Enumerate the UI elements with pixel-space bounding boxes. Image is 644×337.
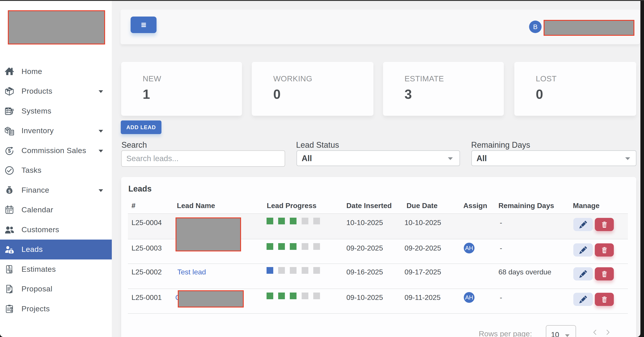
svg-text:$: $ [8,148,11,154]
svg-text:$: $ [8,265,10,269]
svg-text:$: $ [8,189,10,194]
svg-text:$: $ [10,250,12,253]
